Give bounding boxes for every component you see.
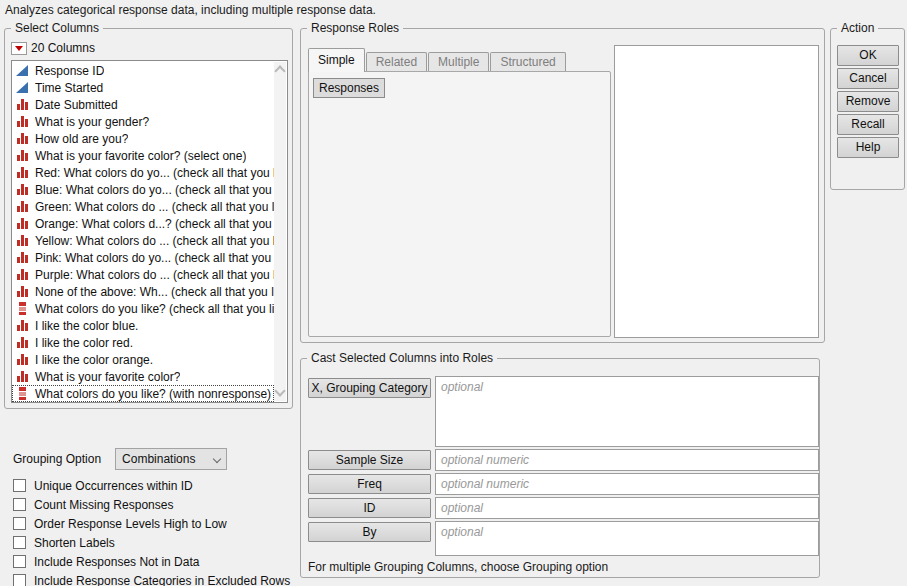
- columns-header: 20 Columns: [11, 41, 95, 55]
- sample-size-input[interactable]: optional numeric: [435, 449, 819, 471]
- column-label: What is your favorite color?: [35, 370, 180, 384]
- column-list-item[interactable]: Response ID: [12, 62, 274, 79]
- modeling-type-icon: [16, 387, 30, 400]
- column-label: Pink: What colors do yo... (check all th…: [35, 251, 274, 265]
- options-checkbox-group: Unique Occurrences within ID Count Missi…: [13, 476, 305, 586]
- column-list-item[interactable]: Yellow: What colors do ... (check all th…: [12, 232, 274, 249]
- modeling-type-icon: [16, 166, 30, 179]
- modeling-type-icon: [16, 200, 30, 213]
- column-list-item[interactable]: Orange: What colors d...? (check all tha…: [12, 215, 274, 232]
- response-roles-tabs: Simple Related Multiple Structured: [308, 48, 567, 72]
- cancel-button[interactable]: Cancel: [837, 68, 899, 89]
- cast-roles-panel: Cast Selected Columns into Roles X, Grou…: [300, 358, 820, 578]
- id-button[interactable]: ID: [308, 498, 431, 518]
- responses-role-button[interactable]: Responses: [313, 78, 385, 98]
- modeling-type-icon: [16, 336, 30, 349]
- option-checkbox[interactable]: [13, 517, 26, 530]
- option-row: Unique Occurrences within ID: [13, 476, 305, 495]
- select-columns-title: Select Columns: [11, 21, 103, 35]
- dialog-description: Analyzes categorical response data, incl…: [5, 3, 376, 17]
- freq-button[interactable]: Freq: [308, 474, 431, 494]
- column-label: I like the color red.: [35, 336, 133, 350]
- scroll-up-icon[interactable]: [276, 67, 283, 74]
- modeling-type-icon: [16, 149, 30, 162]
- column-list-item[interactable]: Blue: What colors do yo... (check all th…: [12, 181, 274, 198]
- column-label: What colors do you like? (with nonrespon…: [35, 387, 271, 401]
- x-grouping-category-button[interactable]: X, Grouping Category: [308, 378, 431, 398]
- modeling-type-icon: [16, 268, 30, 281]
- column-label: What colors do you like? (check all that…: [35, 302, 274, 316]
- option-checkbox[interactable]: [13, 498, 26, 511]
- option-label: Unique Occurrences within ID: [34, 479, 193, 493]
- column-label: None of the above: Wh... (check all that…: [35, 285, 274, 299]
- column-list-item[interactable]: What is your favorite color? (select one…: [12, 147, 274, 164]
- sample-size-button[interactable]: Sample Size: [308, 450, 431, 470]
- modeling-type-icon: [16, 115, 30, 128]
- grouping-option-value: Combinations: [122, 452, 195, 466]
- column-list-item[interactable]: Pink: What colors do yo... (check all th…: [12, 249, 274, 266]
- column-label: Green: What colors do ... (check all tha…: [35, 200, 274, 214]
- option-row: Count Missing Responses: [13, 495, 305, 514]
- remove-button[interactable]: Remove: [837, 91, 899, 112]
- ok-button[interactable]: OK: [837, 45, 899, 66]
- responses-target-list[interactable]: [614, 45, 819, 338]
- response-roles-title: Response Roles: [307, 21, 403, 35]
- modeling-type-icon: [16, 302, 30, 315]
- tab-structured[interactable]: Structured: [490, 52, 565, 72]
- column-label: Date Submitted: [35, 98, 118, 112]
- column-label: Time Started: [35, 81, 103, 95]
- column-list-item[interactable]: None of the above: Wh... (check all that…: [12, 283, 274, 300]
- column-list-item[interactable]: I like the color blue.: [12, 317, 274, 334]
- column-list-item[interactable]: What is your gender?: [12, 113, 274, 130]
- column-list-item[interactable]: Date Submitted: [12, 96, 274, 113]
- option-label: Count Missing Responses: [34, 498, 173, 512]
- by-input[interactable]: optional: [435, 521, 819, 556]
- grouping-option-label: Grouping Option: [13, 452, 101, 466]
- option-checkbox[interactable]: [13, 479, 26, 492]
- option-checkbox[interactable]: [13, 536, 26, 549]
- id-input[interactable]: optional: [435, 497, 819, 519]
- column-label: What is your gender?: [35, 115, 149, 129]
- columns-listbox[interactable]: Response ID Time Started Date Submitted …: [11, 60, 288, 403]
- column-list-item[interactable]: How old are you?: [12, 130, 274, 147]
- simple-tab-panel: Responses: [308, 71, 611, 337]
- option-label: Include Response Categories in Excluded …: [34, 574, 290, 586]
- option-row: Shorten Labels: [13, 533, 305, 552]
- help-button[interactable]: Help: [837, 137, 899, 158]
- column-label: Purple: What colors do ... (check all th…: [35, 268, 274, 282]
- x-grouping-category-input[interactable]: optional: [435, 376, 819, 447]
- scroll-down-icon[interactable]: [276, 389, 283, 396]
- column-list-item[interactable]: What is your favorite color?: [12, 368, 274, 385]
- column-list-item[interactable]: Time Started: [12, 79, 274, 96]
- action-title: Action: [837, 21, 878, 35]
- modeling-type-icon: [16, 81, 30, 94]
- columns-list: Response ID Time Started Date Submitted …: [12, 62, 274, 402]
- option-row: Include Responses Not in Data: [13, 552, 305, 571]
- option-checkbox[interactable]: [13, 574, 26, 586]
- recall-button[interactable]: Recall: [837, 114, 899, 135]
- tab-simple[interactable]: Simple: [308, 48, 365, 72]
- listbox-scrollbar[interactable]: [274, 62, 286, 401]
- column-label: Response ID: [35, 64, 104, 78]
- freq-input[interactable]: optional numeric: [435, 473, 819, 495]
- by-button[interactable]: By: [308, 522, 431, 542]
- column-label: Yellow: What colors do ... (check all th…: [35, 234, 274, 248]
- option-checkbox[interactable]: [13, 555, 26, 568]
- grouping-option-dropdown[interactable]: Combinations: [115, 448, 227, 470]
- modeling-type-icon: [16, 234, 30, 247]
- column-list-item[interactable]: I like the color red.: [12, 334, 274, 351]
- option-row: Order Response Levels High to Low: [13, 514, 305, 533]
- column-list-item[interactable]: I like the color orange.: [12, 351, 274, 368]
- modeling-type-icon: [16, 183, 30, 196]
- red-triangle-menu-icon[interactable]: [11, 42, 27, 55]
- column-list-item[interactable]: Red: What colors do yo... (check all tha…: [12, 164, 274, 181]
- column-label: What is your favorite color? (select one…: [35, 149, 246, 163]
- grouping-note: For multiple Grouping Columns, choose Gr…: [308, 560, 608, 574]
- tab-multiple[interactable]: Multiple: [428, 52, 489, 72]
- column-list-item[interactable]: What colors do you like? (with nonrespon…: [12, 385, 274, 402]
- option-label: Include Responses Not in Data: [34, 555, 199, 569]
- column-list-item[interactable]: Purple: What colors do ... (check all th…: [12, 266, 274, 283]
- column-list-item[interactable]: Green: What colors do ... (check all tha…: [12, 198, 274, 215]
- tab-related[interactable]: Related: [366, 52, 427, 72]
- column-list-item[interactable]: What colors do you like? (check all that…: [12, 300, 274, 317]
